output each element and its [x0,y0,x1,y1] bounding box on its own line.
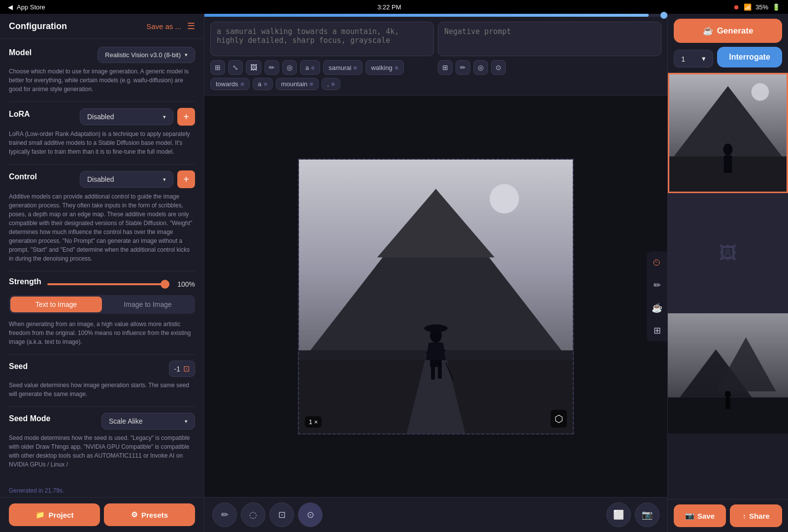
image-to-image-button[interactable]: Image to Image [102,297,194,312]
strength-desc: When generating from an image, a high va… [9,320,195,346]
neg-target-icon[interactable]: ⊙ [491,60,506,75]
svg-rect-12 [431,365,435,380]
lora-dropdown[interactable]: Disabled ▾ [80,108,173,125]
svg-point-25 [725,391,731,398]
prompt-expand-icon[interactable]: ⤡ [228,60,243,75]
progress-bar [204,14,667,17]
status-bar: ◀ App Store 3:22 PM ⏺ 📶 35% 🔋 [0,0,788,14]
main-container: Configuration Save as ... ☰ Model Realis… [0,14,788,532]
canvas-container[interactable]: 1 × ⬡ ⏲ ✏ ☕ ⊞ [204,96,667,497]
left-tool-group: ✏ ◌ ⊡ ⊙ [212,502,323,527]
canvas-pen-icon[interactable]: ✏ [647,273,667,296]
sidebar-header-actions: Save as ... ☰ [146,21,195,32]
eraser-tool-button[interactable]: ◌ [241,502,265,527]
prompt-tag-mountain[interactable]: mountain ⊗ [276,78,319,90]
generate-label: Generate [717,26,754,36]
negative-prompt-input[interactable] [438,22,661,56]
record-icon: ⏺ [733,3,740,11]
strength-row: Strength 100% [9,277,195,291]
mode-toggle: Text to Image Image to Image [9,295,195,314]
positive-prompt-input[interactable] [210,22,434,56]
model-desc: Choose which model to use for image gene… [9,67,195,94]
layers-button[interactable]: ⬡ [551,410,567,428]
share-button[interactable]: ↑ Share [730,504,782,527]
divider-3 [9,271,195,271]
model-chevron-icon: ▾ [185,52,188,58]
model-dropdown[interactable]: Realistic Vision v3.0 (8-bit) ▾ [98,47,195,63]
seed-mode-dropdown[interactable]: Scale Alike ▾ [101,413,195,430]
text-to-image-button[interactable]: Text to Image [10,297,102,312]
divider-4 [9,354,195,355]
presets-button[interactable]: ⚙ Presets [104,503,195,526]
brush-tool-button[interactable]: ✏ [212,502,237,527]
menu-icon[interactable]: ☰ [187,21,195,32]
seed-mode-chevron-icon: ▾ [185,418,188,425]
strength-slider[interactable] [47,279,169,289]
neg-grid-icon[interactable]: ⊞ [438,60,453,75]
prompt-grid-icon[interactable]: ⊞ [210,60,225,75]
app-store-label: App Store [17,3,45,11]
canvas-grid-icon[interactable]: ⊞ [647,319,667,341]
lora-desc: LoRA (Low-order Rank Adaptation) is a te… [9,130,195,156]
prompt-tag-a[interactable]: a ⊗ [300,60,320,75]
right-tool-group: ⬜ 📷 [606,502,659,527]
count-dropdown[interactable]: 1 ▾ [674,50,713,67]
sidebar-footer: 📁 Project ⚙ Presets [0,497,204,532]
svg-point-16 [752,83,769,101]
tag-a-x: ⊗ [311,65,315,70]
prompt-tag-samurai[interactable]: samurai ⊗ [323,60,362,75]
strength-slider-thumb[interactable] [161,280,169,289]
tag-towards-x: ⊗ [240,81,244,87]
seed-mode-label: Seed Mode [9,414,50,423]
prompt-tag-walking[interactable]: walking ⊗ [365,60,403,75]
control-dropdown[interactable]: Disabled ▾ [80,171,173,188]
prompt-circle-icon[interactable]: ◎ [282,60,297,75]
thumbnail-svg-3 [668,313,788,433]
thumbnail-3[interactable] [668,313,788,433]
seed-value[interactable]: -1 [174,365,180,373]
canvas-right-icons: ⏲ ✏ ☕ ⊞ [647,251,667,341]
svg-point-10 [424,324,448,332]
thumbnail-2[interactable]: 🖼 [668,193,788,313]
tag-samurai-x: ⊗ [353,65,357,70]
canvas-history-icon[interactable]: ⏲ [647,251,667,273]
seed-desc: Seed value determines how image generati… [9,381,195,399]
save-button[interactable]: 📷 Save [674,504,726,527]
status-time: 3:22 PM [377,3,401,11]
strength-value: 100% [175,280,195,288]
prompt-tag-a2[interactable]: a ⊗ [253,78,273,90]
status-right: ⏺ 📶 35% 🔋 [733,3,780,11]
prompt-pen-icon[interactable]: ✏ [264,60,279,75]
thumbnail-1[interactable] [668,73,788,193]
seed-dice-button[interactable]: ⊡ [183,364,190,373]
prompt-image-icon[interactable]: 🖼 [246,60,262,75]
neg-toolbar: ⊞ ✏ ◎ ⊙ [438,60,661,75]
select-tool-button[interactable]: ⊙ [298,502,323,527]
control-chevron-icon: ▾ [163,176,166,183]
back-arrow[interactable]: ◀ [8,3,13,11]
lora-value: Disabled [87,113,114,121]
canvas-mug-icon[interactable]: ☕ [647,296,667,319]
prompt-area: ⊞ ⤡ 🖼 ✏ ◎ a ⊗ samurai ⊗ walking ⊗ toward… [204,17,667,96]
camera-tool-button[interactable]: 📷 [635,502,659,527]
generate-button[interactable]: ☕ Generate [674,19,782,43]
lora-chevron-icon: ▾ [163,114,166,120]
neg-circle-icon[interactable]: ◎ [473,60,488,75]
copy-tool-button[interactable]: ⬜ [606,502,631,527]
neg-pen-icon[interactable]: ✏ [456,60,470,75]
sidebar: Configuration Save as ... ☰ Model Realis… [0,14,204,532]
battery-label: 35% [755,3,768,11]
lora-add-button[interactable]: + [177,108,195,126]
divider-1 [9,101,195,102]
prompt-tag-towards[interactable]: towards ⊗ [210,78,250,90]
control-row: Control Disabled ▾ + [9,170,195,188]
project-button[interactable]: 📁 Project [9,503,100,526]
seed-mode-desc: Seed mode determines how the seed is use… [9,433,195,469]
interrogate-button[interactable]: Interrogate [717,47,782,67]
control-add-button[interactable]: + [177,170,195,188]
prompt-tag-comma[interactable]: , ⊗ [322,78,340,90]
canvas-svg [299,160,573,433]
move-tool-button[interactable]: ⊡ [269,502,294,527]
thumbnail-svg-1 [669,74,787,192]
save-as-button[interactable]: Save as ... [146,22,181,31]
